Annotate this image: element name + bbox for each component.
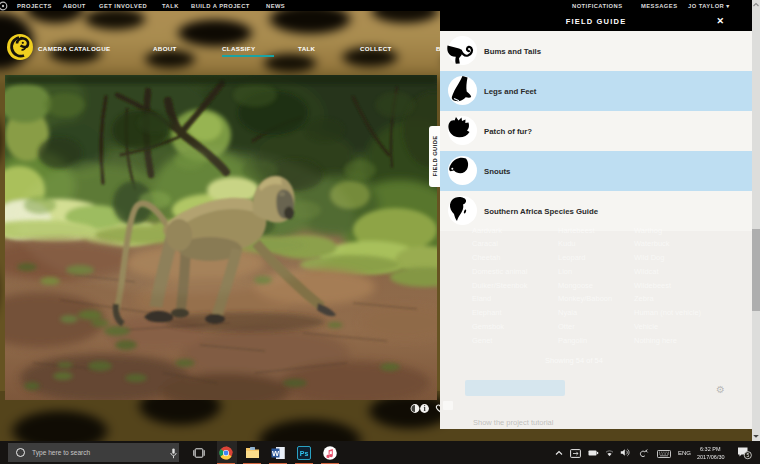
svg-text:W: W xyxy=(272,448,280,457)
svg-text:5: 5 xyxy=(746,452,749,458)
svg-text:Ps: Ps xyxy=(300,450,309,457)
